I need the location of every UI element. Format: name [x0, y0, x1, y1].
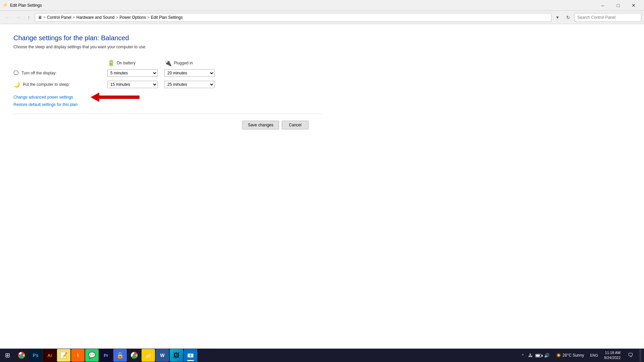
taskbar-illustrator[interactable]: Ai [43, 349, 56, 362]
refresh-button[interactable]: ↻ [564, 13, 573, 22]
display-setting-label: 🖵 Turn off the display: [13, 70, 107, 76]
date-display: 8/24/2022 [604, 355, 621, 360]
display-setting-row: 🖵 Turn off the display: 1 minute 2 minut… [13, 69, 322, 77]
taskbar-outlook[interactable]: 📧 [184, 349, 197, 362]
title-bar-controls: – □ ✕ [595, 0, 641, 11]
settings-header: 🔋 On battery 🔌 Plugged in [107, 59, 322, 67]
network-icon[interactable]: 🖧 [528, 353, 533, 358]
pluggedin-header-label: Plugged in [174, 61, 193, 65]
save-button[interactable]: Save changes [242, 121, 279, 129]
links-section: Change advanced power settings Restore d… [13, 95, 322, 107]
battery-header-icon: 🔋 [107, 59, 115, 67]
page-title: Change settings for the plan: Balanced [13, 34, 322, 42]
battery-indicator[interactable] [535, 353, 541, 358]
weather-block[interactable]: ☀️ 26°C Sunny [553, 353, 587, 358]
page-subtitle: Choose the sleep and display settings th… [13, 45, 322, 49]
display-label-text: Turn off the display: [21, 71, 57, 75]
taskbar-app-icons: Ps Ai 📝 i 💬 Pr 🔒 📁 W 🖼 📧 [15, 349, 521, 362]
start-button[interactable]: ⊞ [1, 349, 13, 361]
sleep-setting-label: 🌙 Put the computer to sleep: [13, 81, 107, 88]
breadcrumb: 🖥 > Control Panel > Hardware and Sound >… [35, 13, 551, 22]
display-dropdowns: 1 minute 2 minutes 3 minutes 5 minutes 1… [107, 69, 215, 77]
taskbar-chrome2[interactable] [127, 349, 141, 362]
minimize-button[interactable]: – [595, 0, 610, 11]
display-icon: 🖵 [13, 70, 19, 76]
pluggedin-header-icon: 🔌 [164, 59, 172, 67]
time-display: 11:18 AM [604, 350, 621, 355]
search-input[interactable] [577, 15, 638, 20]
sleep-dropdowns: 1 minute 2 minutes 3 minutes 5 minutes 1… [107, 81, 215, 88]
window-body: Change settings for the plan: Balanced C… [0, 24, 644, 349]
breadcrumb-icon[interactable]: 🖥 [38, 15, 42, 20]
taskbar-sticky[interactable]: 📝 [57, 349, 70, 362]
taskbar-file-manager[interactable]: 📁 [142, 349, 155, 362]
taskbar-word[interactable]: W [156, 349, 169, 362]
system-tray-expand[interactable]: ^ [521, 353, 524, 358]
show-desktop-button[interactable] [639, 349, 641, 361]
battery-header-label: On battery [117, 61, 136, 65]
breadcrumb-control-panel[interactable]: Control Panel [47, 15, 71, 20]
pluggedin-column-header: 🔌 Plugged in [164, 59, 215, 67]
back-button[interactable]: ← [3, 13, 12, 22]
weather-text: 26°C Sunny [562, 353, 584, 358]
volume-icon[interactable]: 🔊 [544, 353, 549, 358]
taskbar-whatsapp[interactable]: 💬 [85, 349, 99, 362]
sleep-icon: 🌙 [13, 81, 20, 88]
weather-icon: ☀️ [556, 353, 561, 358]
battery-column-header: 🔋 On battery [107, 59, 158, 67]
search-box [574, 13, 641, 22]
up-button[interactable]: ↑ [24, 13, 34, 22]
restore-defaults-link[interactable]: Restore default settings for this plan [13, 102, 322, 107]
taskbar-iobit[interactable]: i [71, 349, 85, 362]
breadcrumb-power-options[interactable]: Power Options [119, 15, 146, 20]
address-dropdown-button[interactable]: ▼ [553, 13, 562, 22]
maximize-button[interactable]: □ [610, 0, 626, 11]
sleep-setting-row: 🌙 Put the computer to sleep: 1 minute 2 … [13, 81, 322, 88]
taskbar-photos[interactable]: 🖼 [170, 349, 183, 362]
button-row: Save changes Cancel [13, 121, 322, 129]
forward-button[interactable]: → [13, 13, 23, 22]
system-tray-icons: 🖧 🔊 [526, 353, 551, 358]
title-bar-title: Edit Plan Settings [10, 3, 595, 8]
breadcrumb-current: Edit Plan Settings [151, 15, 183, 20]
notification-icon[interactable]: 🗨 [625, 349, 636, 361]
display-pluggedin-select[interactable]: 1 minute 2 minutes 3 minutes 5 minutes 1… [164, 69, 215, 77]
sleep-pluggedin-select[interactable]: 1 minute 2 minutes 3 minutes 5 minutes 1… [164, 81, 215, 88]
cancel-button[interactable]: Cancel [282, 121, 309, 129]
breadcrumb-hardware[interactable]: Hardware and Sound [76, 15, 114, 20]
taskbar-nordvpn[interactable]: 🔒 [113, 349, 127, 362]
language-indicator[interactable]: ENG [589, 353, 599, 357]
taskbar-chrome[interactable] [15, 349, 28, 362]
taskbar-premiere[interactable]: Pr [99, 349, 113, 362]
taskbar: ⊞ Ps Ai 📝 i 💬 Pr 🔒 [0, 349, 644, 362]
time-date-block[interactable]: 11:18 AM 8/24/2022 [601, 350, 623, 361]
separator [13, 114, 322, 114]
close-button[interactable]: ✕ [626, 0, 641, 11]
title-bar: ⚡ Edit Plan Settings – □ ✕ [0, 0, 644, 11]
main-content: Change settings for the plan: Balanced C… [0, 24, 335, 139]
taskbar-right: ^ 🖧 🔊 ☀️ 26°C Sunny ENG 11:18 AM 8/24/20… [521, 349, 643, 361]
change-advanced-settings-link[interactable]: Change advanced power settings [13, 95, 73, 100]
address-bar: ← → ↑ 🖥 > Control Panel > Hardware and S… [0, 11, 644, 24]
display-battery-select[interactable]: 1 minute 2 minutes 3 minutes 5 minutes 1… [107, 69, 158, 77]
sleep-battery-select[interactable]: 1 minute 2 minutes 3 minutes 5 minutes 1… [107, 81, 158, 88]
taskbar-photoshop[interactable]: Ps [29, 349, 42, 362]
title-bar-icon: ⚡ [3, 3, 8, 8]
sleep-label-text: Put the computer to sleep: [23, 82, 70, 87]
